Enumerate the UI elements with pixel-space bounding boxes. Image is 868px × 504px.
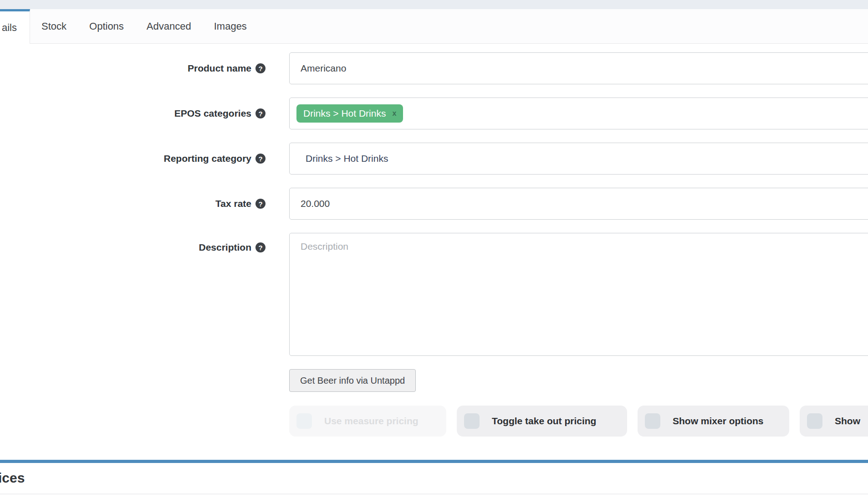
section-separator-line (0, 494, 868, 494)
tab-stock[interactable]: Stock (30, 9, 78, 43)
checkbox-icon[interactable] (645, 413, 660, 429)
tab-options[interactable]: Options (78, 9, 135, 43)
epos-categories-label: EPOS categories (174, 108, 251, 119)
show-toggle-label: Show (835, 416, 860, 427)
prices-section-heading: ices (0, 470, 868, 486)
category-tag-label: Drinks > Hot Drinks (303, 108, 386, 119)
help-icon[interactable]: ? (255, 154, 266, 164)
reporting-category-row: Reporting category ? (0, 143, 868, 175)
pricing-toggles-row: Use measure pricing Toggle take out pric… (289, 406, 868, 437)
help-icon[interactable]: ? (255, 63, 266, 73)
help-icon[interactable]: ? (255, 199, 266, 209)
checkbox-icon[interactable] (807, 413, 822, 429)
help-icon[interactable]: ? (255, 108, 266, 118)
tax-rate-input[interactable] (289, 188, 868, 220)
tax-rate-label: Tax rate (215, 198, 251, 209)
show-mixer-options-toggle[interactable]: Show mixer options (638, 406, 789, 437)
reporting-category-input[interactable] (289, 143, 868, 175)
use-measure-pricing-toggle: Use measure pricing (289, 406, 446, 437)
show-mixer-options-label: Show mixer options (673, 416, 764, 427)
use-measure-pricing-label: Use measure pricing (324, 416, 419, 427)
toggle-take-out-pricing-label: Toggle take out pricing (492, 416, 596, 427)
checkbox-icon[interactable] (464, 413, 480, 429)
description-row: Description ? (0, 233, 868, 356)
reporting-category-label: Reporting category (163, 153, 251, 164)
product-tabs: ails Stock Options Advanced Images (0, 9, 868, 44)
tab-advanced[interactable]: Advanced (135, 9, 203, 43)
product-name-label: Product name (188, 63, 251, 74)
tab-details-active[interactable]: ails (0, 9, 30, 44)
epos-categories-row: EPOS categories ? Drinks > Hot Drinks x (0, 98, 868, 129)
untappd-button-row: Get Beer info via Untappd (289, 369, 868, 392)
tag-remove-icon[interactable]: x (392, 110, 396, 117)
epos-categories-input[interactable]: Drinks > Hot Drinks x (289, 98, 868, 129)
help-icon[interactable]: ? (255, 242, 266, 252)
section-divider (0, 460, 868, 463)
page-top-strip (0, 0, 868, 9)
description-label: Description (199, 242, 251, 253)
category-tag: Drinks > Hot Drinks x (296, 104, 403, 123)
tax-rate-row: Tax rate ? (0, 188, 868, 220)
product-name-row: Product name ? (0, 52, 868, 84)
product-details-form: Product name ? EPOS categories ? Drinks … (0, 44, 868, 494)
toggle-take-out-pricing-toggle[interactable]: Toggle take out pricing (457, 406, 627, 437)
product-name-input[interactable] (289, 52, 868, 84)
tab-images[interactable]: Images (203, 9, 258, 43)
description-textarea[interactable] (289, 233, 868, 356)
show-toggle-cut[interactable]: Show (800, 406, 868, 437)
checkbox-icon (296, 413, 312, 429)
get-beer-info-button[interactable]: Get Beer info via Untappd (289, 369, 416, 392)
